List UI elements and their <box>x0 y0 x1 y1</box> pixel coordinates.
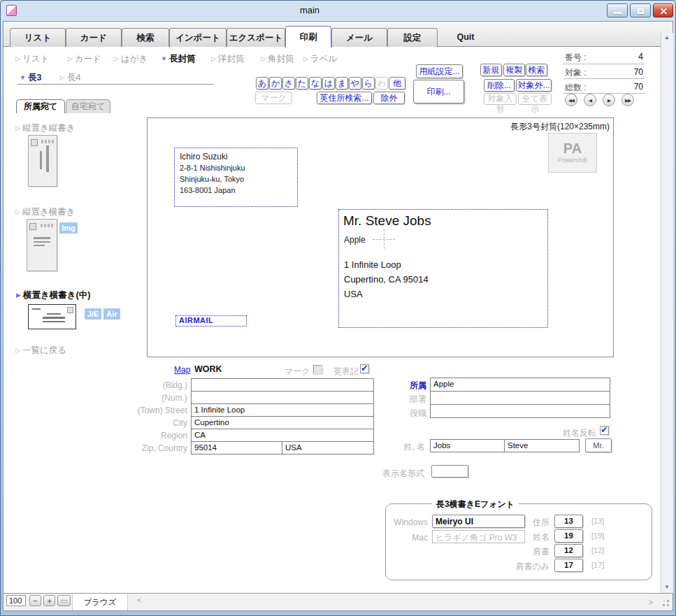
title-size-field[interactable]: 12 <box>554 544 583 557</box>
kana-other-button[interactable]: 他 <box>389 77 405 89</box>
recipient-address-block[interactable]: Mr. Steve Jobs Apple 1 Infinite Loop Cup… <box>338 209 548 328</box>
swap-found-button: 対象入替 <box>484 93 517 105</box>
kana-ta-button[interactable]: た <box>296 77 308 89</box>
layout-thumbnail-horizontal[interactable] <box>28 304 76 329</box>
triangle-right-icon: ▷ <box>211 55 216 62</box>
layout-thumbnail-vertical-horizontal[interactable] <box>27 219 57 271</box>
english-notation-checkbox[interactable] <box>360 364 369 373</box>
tab-import[interactable]: インポート <box>169 28 226 47</box>
subnav-you-envelope[interactable]: ▷洋封筒 <box>211 53 244 65</box>
delete-record-button[interactable]: 削除... <box>484 79 515 92</box>
scroll-up-icon[interactable]: ▲ <box>664 34 670 41</box>
address-size-field[interactable]: 13 <box>554 515 583 528</box>
kana-na-button[interactable]: な <box>309 77 322 89</box>
scroll-left-icon[interactable]: < <box>137 596 141 604</box>
num-field[interactable] <box>191 391 374 404</box>
english-address-search-button[interactable]: 英住所検索... <box>317 92 372 104</box>
layout-back-to-list[interactable]: ▷一覧に戻る <box>15 345 66 357</box>
kana-ma-button[interactable]: ま <box>336 77 348 89</box>
zoom-reset-button[interactable]: ▭ <box>57 595 71 606</box>
zip-field[interactable]: 95014 <box>191 441 282 454</box>
name-size-default: [19] <box>591 531 604 540</box>
tab-quit[interactable]: Quit <box>438 28 494 47</box>
kana-ya-button[interactable]: や <box>349 77 361 89</box>
layout-thumbnail-vertical-vertical[interactable] <box>28 135 57 187</box>
map-link[interactable]: Map <box>174 365 190 375</box>
mode-popup[interactable]: ブラウズ <box>72 594 128 610</box>
resize-grip[interactable] <box>663 604 665 606</box>
city-field[interactable]: Cupertino <box>191 416 374 429</box>
variant-underline <box>17 84 213 85</box>
first-record-button[interactable]: ◀◀ <box>565 94 577 106</box>
name-size-field[interactable]: 19 <box>554 529 583 543</box>
next-record-button[interactable]: ▶ <box>603 94 615 106</box>
scroll-down-icon[interactable]: ▼ <box>664 584 670 590</box>
name-reverse-checkbox[interactable] <box>600 426 609 435</box>
subnav-list[interactable]: ▷リスト <box>15 53 49 65</box>
zoom-out-button[interactable]: − <box>29 595 41 606</box>
exclude-button[interactable]: 除外 <box>373 92 405 104</box>
bldg-field[interactable] <box>191 378 374 392</box>
close-button[interactable] <box>653 3 673 17</box>
dept-field[interactable] <box>430 391 610 405</box>
layout-vertical-vertical[interactable]: ▷縦置き縦書き <box>15 122 75 134</box>
first-name-field[interactable]: Steve <box>504 439 580 452</box>
name-reverse-label: 姓名反転 <box>526 427 596 439</box>
subnav-card[interactable]: ▷カード <box>68 53 101 65</box>
record-number-label: 番号 : <box>565 52 587 64</box>
find-record-button[interactable]: 検索 <box>526 64 547 76</box>
subnav-hagaki[interactable]: ▷はがき <box>114 53 148 65</box>
title-only-size-field[interactable]: 17 <box>554 559 583 572</box>
maximize-button[interactable] <box>630 3 651 17</box>
subnav-label[interactable]: ▷ラベル <box>303 53 337 65</box>
tab-mail[interactable]: メール <box>331 28 387 47</box>
minimize-button[interactable] <box>607 3 628 17</box>
street-field[interactable]: 1 Infinite Loop <box>191 403 374 417</box>
tab-list[interactable]: リスト <box>10 28 66 47</box>
variant-naga4[interactable]: ▷長4 <box>60 72 80 84</box>
paper-setup-button[interactable]: 用紙設定... <box>416 64 463 78</box>
org-field[interactable]: Apple <box>430 378 610 392</box>
airmail-label[interactable]: AIRMAIL <box>175 315 247 327</box>
vertical-scrollbar[interactable] <box>661 33 673 593</box>
tab-home-address[interactable]: 自宅宛て <box>66 99 110 113</box>
window-title: main <box>0 5 619 15</box>
kana-ra-button[interactable]: ら <box>362 77 375 89</box>
last-record-button[interactable]: ▶▶ <box>621 94 634 106</box>
tab-export[interactable]: エクスポート <box>226 28 285 47</box>
address-type-value: WORK <box>194 364 222 374</box>
zoom-level-field[interactable]: 100 <box>6 595 26 606</box>
recipient-city: Cupertino, CA 95014 <box>344 274 429 285</box>
country-field[interactable]: USA <box>282 441 374 454</box>
display-name-format-button[interactable] <box>431 465 468 478</box>
sender-address-block[interactable]: Ichiro Suzuki 2-8-1 Nishishinjuku Shinju… <box>174 148 298 207</box>
tab-settings[interactable]: 設定 <box>387 28 438 47</box>
tab-card[interactable]: カード <box>66 28 122 47</box>
job-title-field[interactable] <box>430 404 610 418</box>
last-name-field[interactable]: Jobs <box>430 439 505 452</box>
subnav-naga-envelope[interactable]: ▼長封筒 <box>161 53 195 65</box>
omit-record-button[interactable]: 対象外... <box>516 79 552 92</box>
job-title-label: 役職 <box>377 408 426 420</box>
variant-naga3[interactable]: ▼長3 <box>20 72 41 84</box>
honorific-button[interactable]: Mr. <box>585 438 612 452</box>
previous-record-button[interactable]: ◀ <box>584 94 596 106</box>
print-button[interactable]: 印刷... <box>413 80 464 103</box>
tab-find[interactable]: 検索 <box>122 28 169 47</box>
duplicate-record-button[interactable]: 複製 <box>503 64 525 76</box>
mark-checkbox[interactable] <box>313 365 322 374</box>
tab-work-address[interactable]: 所属宛て <box>16 99 65 113</box>
kana-sa-button[interactable]: さ <box>282 77 295 89</box>
zoom-in-button[interactable]: ＋ <box>43 595 55 606</box>
subnav-kaku-envelope[interactable]: ▷角封筒 <box>261 53 294 65</box>
kana-ha-button[interactable]: は <box>322 77 335 89</box>
new-record-button[interactable]: 新規 <box>480 64 502 76</box>
kana-ka-button[interactable]: か <box>269 77 282 89</box>
kana-a-button[interactable]: あ <box>256 77 268 89</box>
layout-horizontal-horizontal-medium[interactable]: ▶横置き横書き(中) <box>16 289 90 301</box>
region-field[interactable]: CA <box>191 429 374 442</box>
tab-print[interactable]: 印刷 <box>285 26 331 48</box>
scroll-right-icon[interactable]: > <box>649 598 653 606</box>
org-label[interactable]: 所属 <box>377 380 426 392</box>
layout-vertical-horizontal[interactable]: ▷縦置き横書き <box>15 206 75 218</box>
